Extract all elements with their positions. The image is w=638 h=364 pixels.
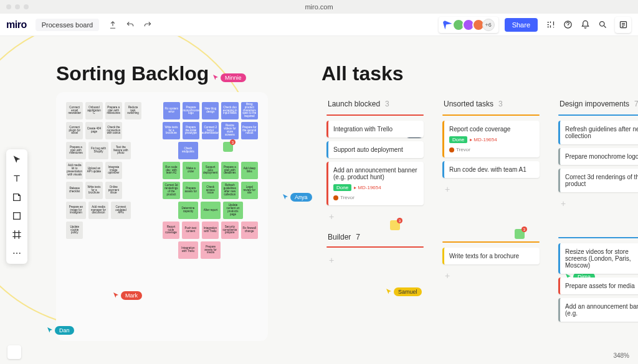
sticky-note[interactable]: Connect 2 factor authentication (202, 122, 219, 139)
user-cursor-mark: Mark (112, 291, 142, 300)
add-card-button[interactable]: + (553, 196, 638, 211)
sticky-note[interactable]: Prepare a plan with milestones (105, 102, 122, 119)
avatar-more[interactable]: +6 (482, 19, 495, 31)
sticky-note[interactable]: Check endpoints (178, 142, 198, 159)
column-header[interactable]: Unsorted tasks3 (437, 95, 545, 114)
panel-icon[interactable] (615, 17, 631, 33)
sticky-note[interactable]: Reduce task switching (125, 102, 141, 119)
miro-logo[interactable]: miro (6, 19, 27, 30)
sticky-note[interactable]: Connect email newsletter (66, 102, 83, 119)
sticky-note[interactable]: Correct 3d renderings of the product (163, 182, 179, 199)
sticky-note[interactable]: Fix system error (163, 102, 180, 119)
kanban-card[interactable]: Integration with Trello (326, 121, 424, 138)
help-icon[interactable] (559, 17, 576, 33)
sticky-note[interactable]: Check access issue (202, 182, 219, 199)
sticky-note[interactable]: Prepare a plan with milestones (66, 142, 86, 159)
sticky-note[interactable]: Integration with Trello (202, 222, 219, 239)
sticky-note[interactable]: Connect plugin for excel (66, 122, 83, 139)
sticky-note[interactable]: Prepare monochrome logo (183, 102, 199, 119)
kanban-board: Launch blocked3 Integration with Trello … (321, 95, 638, 325)
sticky-note[interactable]: Update content on products page (223, 202, 243, 219)
kanban-card[interactable]: Run code dev. with team A1 (442, 161, 540, 178)
add-card-button[interactable]: + (437, 182, 545, 197)
sticky-note[interactable]: Legal review for site (241, 182, 258, 199)
add-card-button[interactable]: + (321, 209, 429, 224)
sticky-note[interactable]: Prepare for the second rollout (241, 122, 258, 139)
settings-icon[interactable] (542, 17, 558, 33)
svg-point-1 (599, 22, 604, 27)
sticky-note[interactable]: Security compliance prepare (221, 222, 238, 239)
kanban-card[interactable]: Write texts for a brochure (442, 248, 540, 264)
sticky-note[interactable]: Write texts for a brochure (163, 122, 179, 139)
sticky-note[interactable]: Release checklist (66, 182, 83, 199)
sticky-note[interactable]: Add media kit to presentation with visua… (66, 162, 83, 179)
kanban-card[interactable]: Add an announcement banner (e.g. (558, 298, 638, 322)
sticky-note[interactable]: Prepare a plan with deadlines (221, 162, 238, 179)
user-cursor-dan: Dan (46, 326, 74, 335)
sticky-note[interactable]: Refresh guidelines after new collection (221, 182, 238, 199)
column-bar (558, 237, 638, 238)
board-name[interactable]: Processes board (36, 19, 100, 31)
kanban-card[interactable]: Refresh guidelines after new collection (558, 121, 638, 144)
close-dot[interactable] (6, 4, 11, 9)
sticky-note[interactable]: Make a order (183, 162, 199, 179)
collaborator-avatars[interactable]: +6 (439, 17, 498, 33)
undo-icon[interactable] (123, 17, 138, 32)
sticky-note[interactable]: Update cookie policy (66, 222, 83, 239)
sticky-note[interactable]: Prepare assets for media (201, 241, 221, 259)
sticky-note[interactable]: New blog design (202, 102, 219, 119)
sticky-note[interactable]: Connect outdated APIs (111, 202, 131, 219)
sticky-note[interactable]: Check the connection with canva (105, 122, 122, 139)
sticky-note[interactable]: Onboard application C (85, 102, 102, 119)
kanban-card[interactable]: Report code coverage Done▸ MD-19654 Trev… (442, 121, 540, 157)
sticky-note[interactable]: Integrate image optimizer (105, 162, 122, 179)
search-icon[interactable] (594, 17, 611, 33)
sticky-note[interactable]: Add deep links (241, 162, 258, 179)
kanban-card[interactable]: Add an announcement banner (e.g. product… (326, 162, 424, 205)
sticky-note[interactable]: Report code coverage (163, 222, 179, 239)
sticky-note[interactable]: Determine capacity (178, 202, 198, 219)
sticky-note[interactable]: Prepare assets for (183, 182, 199, 199)
min-dot[interactable] (15, 4, 20, 9)
sticky-note[interactable]: Push test content (182, 222, 199, 239)
column-header[interactable]: Design impovements7 (553, 95, 638, 114)
sticky-note[interactable]: After report (201, 202, 221, 219)
sticky-note[interactable]: Upload an API update (85, 162, 102, 179)
sticky-note[interactable]: Fix firewall change (241, 222, 258, 239)
minimap-toggle[interactable] (7, 345, 21, 359)
kanban-card[interactable]: Prepare assets for media (558, 278, 638, 294)
column-header[interactable]: Launch blocked3 (321, 95, 429, 114)
kanban-card[interactable]: Resize videos for store screens (London,… (558, 243, 638, 274)
comment-badge[interactable]: 3 (223, 142, 233, 152)
share-button[interactable]: Share (505, 18, 538, 32)
kanban-card[interactable]: Support auto deployment (326, 141, 424, 158)
max-dot[interactable] (24, 4, 29, 9)
add-card-button[interactable]: + (437, 268, 545, 283)
column-bar (442, 114, 540, 116)
sticky-note[interactable]: Fix bug with Shopify (88, 142, 108, 159)
canvas[interactable]: Sorting Backlog All tasks Connect email … (0, 36, 638, 364)
sticky-note[interactable]: Support auto deployment (202, 162, 219, 179)
zoom-level[interactable]: 348% (613, 352, 629, 359)
bell-icon[interactable] (577, 17, 593, 33)
redo-icon[interactable] (140, 17, 155, 32)
sticky-note[interactable]: Resize videos for store screens (221, 122, 238, 139)
sticky-note[interactable]: Write texts for a brochure (85, 182, 102, 199)
column-header[interactable]: Builder7 (321, 224, 429, 246)
section-title-tasks: All tasks (321, 62, 404, 85)
kanban-card[interactable]: Correct 3d renderings of the product (558, 169, 638, 192)
sticky-note[interactable]: Test the feature with photo (111, 142, 131, 159)
sticky-note[interactable]: Check duo escaping in input fields (221, 102, 238, 119)
export-icon[interactable] (105, 17, 120, 32)
sticky-note[interactable]: Integration with Trello (178, 241, 198, 259)
sticky-note[interactable]: Add media manager for discussion (88, 202, 108, 219)
sticky-note[interactable]: Online payment issue (105, 182, 122, 199)
sticky-note[interactable]: Prepare the initial prototype (183, 122, 199, 139)
add-card-button[interactable]: + (321, 253, 429, 268)
sticky-note[interactable]: Prepare an image for instagram (66, 202, 86, 219)
sticky-note[interactable]: Create 404 page (85, 122, 102, 139)
sticky-note[interactable]: Bring product characters spec to the req… (241, 102, 258, 119)
sticky-note[interactable]: Run code dev. with team A1 (163, 162, 179, 179)
backlog-panel[interactable]: Connect email newsletterOnboard applicat… (56, 92, 268, 341)
kanban-card[interactable]: Prepare monochrome logo (558, 148, 638, 165)
